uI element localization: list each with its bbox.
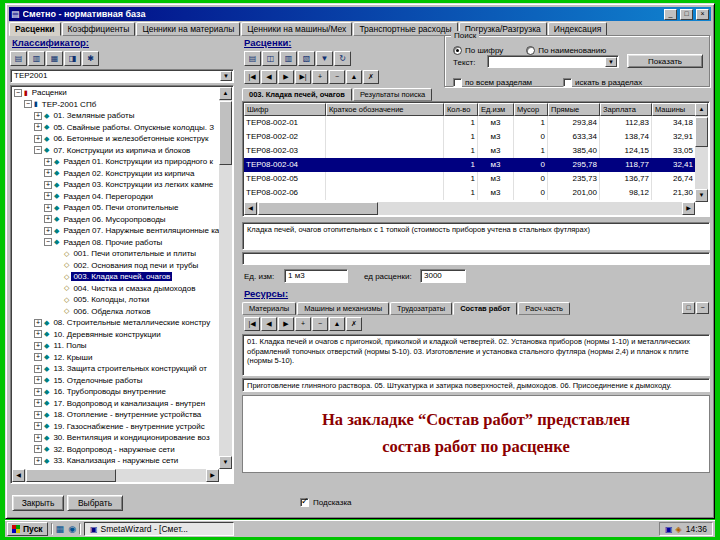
scroll-right-icon[interactable]: ▶ — [206, 469, 219, 482]
tree-item[interactable]: +◆16. Трубопроводы внутренние — [12, 386, 219, 398]
nav-tab-5[interactable]: Транспортные расходы — [353, 22, 457, 36]
resources-tab-4[interactable]: Состав работ — [453, 302, 517, 315]
tray-app-2-icon[interactable]: ◈ — [676, 525, 682, 534]
rates-tab-2[interactable]: Результаты поиска — [353, 88, 432, 101]
column-header-5[interactable]: Мусор — [514, 103, 548, 116]
tree-horizontal-scrollbar[interactable]: ◀ ▶ — [12, 469, 219, 482]
expand-icon[interactable]: + — [44, 204, 52, 212]
resources-tab-5[interactable]: Расч.часть — [518, 302, 570, 315]
scroll-thumb[interactable] — [695, 117, 708, 147]
nav-tab-4[interactable]: Ценники на машины/Мех — [241, 22, 352, 36]
expand-icon[interactable]: + — [44, 158, 52, 166]
tree-item[interactable]: +◆13. Защита строительных конструкций от — [12, 363, 219, 375]
first-record-icon[interactable]: |◀ — [244, 70, 260, 84]
maximize-resources-button[interactable]: □ — [682, 302, 695, 314]
maximize-button[interactable]: □ — [680, 9, 693, 20]
column-header-3[interactable]: Кол-во — [444, 103, 478, 116]
per-unit-value-field[interactable]: 3000 — [420, 269, 466, 283]
expand-icon[interactable]: + — [34, 330, 42, 338]
refresh-icon[interactable]: ↻ — [334, 51, 351, 66]
table-row[interactable]: ТЕР08-002-061м30201,0098,1221,30 — [244, 186, 695, 200]
tree-item[interactable]: ◇002. Основания под печи и трубы — [12, 260, 219, 272]
tree-item[interactable]: +◆08. Строительные металлические констру — [12, 317, 219, 329]
next-record-icon[interactable]: ▶ — [278, 70, 294, 84]
first-record-icon[interactable]: |◀ — [244, 317, 260, 331]
expand-icon[interactable]: + — [34, 342, 42, 350]
expand-icon[interactable]: + — [44, 215, 52, 223]
column-header-1[interactable]: Шифр — [244, 103, 326, 116]
tree-item[interactable]: +◆18. Отопление - внутренние устройства — [12, 409, 219, 421]
table-row[interactable]: ТЕР08-002-011м31293,84112,8334,18 — [244, 116, 695, 130]
expand-icon[interactable]: + — [34, 135, 42, 143]
edit-record-icon[interactable]: ▲ — [329, 317, 345, 331]
tree-item[interactable]: +◆10. Деревянные конструкции — [12, 329, 219, 341]
settings-icon[interactable]: ✱ — [82, 51, 99, 66]
expand-icon[interactable]: + — [34, 445, 42, 453]
tree-item[interactable]: +◆Раздел 07. Наружные вентиляционные кан — [12, 225, 219, 237]
tree-item[interactable]: +◆17. Водопровод и канализация - внутрен — [12, 398, 219, 410]
nav-tab-2[interactable]: Коэффициенты — [62, 22, 136, 36]
tree-item[interactable]: −▮Расценки — [12, 87, 219, 99]
expand-icon[interactable]: + — [44, 227, 52, 235]
column-header-7[interactable]: Зарплата — [600, 103, 652, 116]
expand-all-icon[interactable]: ▥ — [28, 51, 45, 66]
table-row[interactable]: ТЕР08-002-031м31385,40124,1533,05 — [244, 144, 695, 158]
collapse-resources-button[interactable]: − — [696, 302, 709, 314]
cancel-record-icon[interactable]: ✗ — [346, 317, 362, 331]
search-by-code-radio[interactable] — [453, 46, 462, 55]
expand-icon[interactable]: + — [34, 123, 42, 131]
clock[interactable]: 14:36 — [686, 524, 707, 534]
scroll-thumb[interactable] — [219, 101, 232, 165]
tree-item[interactable]: ◇006. Обделка лотков — [12, 306, 219, 318]
column-header-4[interactable]: Ед.изм — [478, 103, 514, 116]
expand-icon[interactable]: + — [34, 319, 42, 327]
tree-item[interactable]: +◆Раздел 02. Конструкции из кирпича — [12, 168, 219, 180]
column-header-6[interactable]: Прямые — [548, 103, 600, 116]
cancel-record-icon[interactable]: ✗ — [363, 70, 379, 84]
show-desktop-icon[interactable]: ▦ — [56, 522, 65, 536]
tree-item[interactable]: ◇004. Чистка и смазка дымоходов — [12, 283, 219, 295]
tree-item[interactable]: −▮ТЕР-2001 СПб — [12, 99, 219, 111]
scroll-left-icon[interactable]: ◀ — [244, 202, 257, 215]
preview-icon[interactable]: ◫ — [262, 51, 279, 66]
tray-app-1-icon[interactable]: ▣ — [665, 525, 673, 534]
collapse-icon[interactable]: − — [24, 100, 32, 108]
scroll-down-icon[interactable]: ▼ — [695, 189, 708, 202]
close-dialog-button[interactable]: Закрыть — [12, 495, 64, 511]
search-text-input[interactable]: ▼ — [487, 55, 619, 68]
expand-icon[interactable]: + — [34, 411, 42, 419]
column-header-8[interactable]: Машины — [652, 103, 695, 116]
table-vertical-scrollbar[interactable]: ▲ ▼ — [695, 103, 708, 202]
tree-item[interactable]: ◇001. Печи отопительные и плиты — [12, 248, 219, 260]
resources-tab-2[interactable]: Машины и механизмы — [297, 302, 389, 315]
select-button[interactable]: Выбрать — [67, 495, 123, 511]
tree-item[interactable]: +◆Раздел 03. Конструкции из легких камне — [12, 179, 219, 191]
all-sections-checkbox[interactable] — [453, 78, 462, 87]
expand-icon[interactable]: + — [44, 192, 52, 200]
prev-record-icon[interactable]: ◀ — [261, 70, 277, 84]
delete-record-icon[interactable]: − — [312, 317, 328, 331]
collapse-all-icon[interactable]: ▦ — [46, 51, 63, 66]
tree-item[interactable]: +◆11. Полы — [12, 340, 219, 352]
filter-icon[interactable]: ▼ — [316, 51, 333, 66]
levels-icon[interactable]: ▤ — [10, 51, 27, 66]
scroll-thumb[interactable] — [258, 202, 378, 215]
chevron-down-icon[interactable]: ▼ — [605, 57, 617, 67]
scroll-up-icon[interactable]: ▲ — [695, 103, 708, 116]
nav-tab-3[interactable]: Ценники на материалы — [136, 22, 240, 36]
in-sections-checkbox[interactable] — [563, 78, 572, 87]
tree-item[interactable]: +◆30. Вентиляция и кондиционирование воз — [12, 432, 219, 444]
expand-icon[interactable]: + — [34, 457, 42, 465]
column-header-2[interactable]: Краткое обозначение — [326, 103, 444, 116]
edit-record-icon[interactable]: ▲ — [346, 70, 362, 84]
export-icon[interactable]: ▧ — [298, 51, 315, 66]
tree-item[interactable]: +◆06. Бетонные и железобетонные конструк — [12, 133, 219, 145]
smetawizard-task-button[interactable]: ▣ SmetaWizard - [Смет... — [84, 522, 234, 536]
last-record-icon[interactable]: ▶| — [295, 70, 311, 84]
nav-tab-7[interactable]: Индексация — [548, 22, 608, 36]
expand-icon[interactable]: + — [34, 365, 42, 373]
start-button[interactable]: Пуск — [7, 522, 48, 536]
tree-item[interactable]: ◇003. Кладка печей, очагов — [12, 271, 219, 283]
print-icon[interactable]: ▤ — [244, 51, 261, 66]
expand-icon[interactable]: + — [44, 169, 52, 177]
